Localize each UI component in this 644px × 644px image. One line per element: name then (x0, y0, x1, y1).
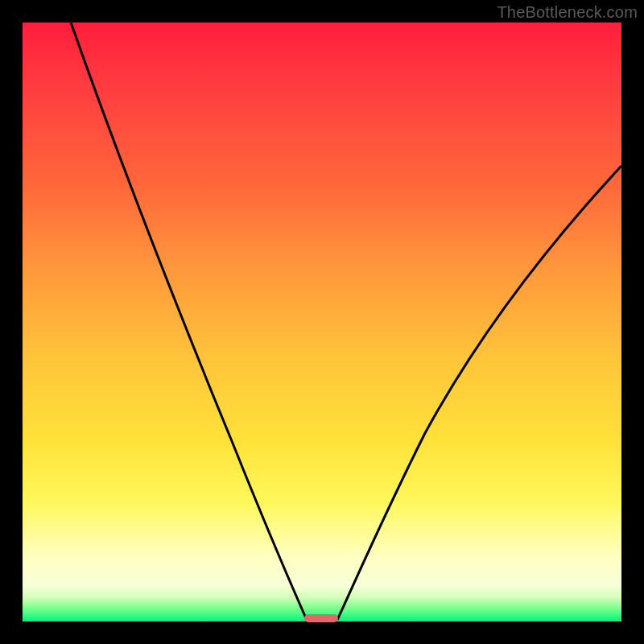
plot-area (23, 23, 621, 621)
chart-container: TheBottleneck.com (0, 0, 644, 644)
right-curve (337, 166, 621, 620)
left-curve (71, 23, 307, 620)
watermark-text: TheBottleneck.com (497, 3, 638, 22)
curve-layer (23, 23, 621, 621)
bottleneck-marker (304, 614, 338, 622)
